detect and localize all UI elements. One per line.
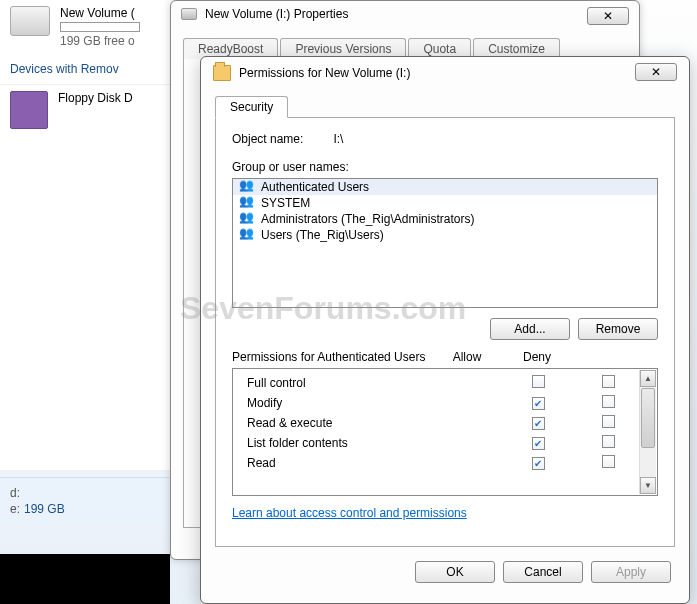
- permission-name: Modify: [247, 396, 503, 410]
- allow-checkbox[interactable]: ✔: [532, 417, 545, 430]
- drive-item[interactable]: New Volume ( 199 GB free o: [0, 0, 170, 54]
- users-icon: [239, 180, 255, 194]
- permission-row: Read✔: [233, 453, 657, 473]
- permissions-title: Permissions for New Volume (I:): [239, 66, 410, 80]
- drive-name: New Volume (: [60, 6, 140, 20]
- permissions-for-label: Permissions for Authenticated Users: [232, 350, 432, 364]
- remove-button[interactable]: Remove: [578, 318, 658, 340]
- properties-titlebar[interactable]: New Volume (I:) Properties: [171, 1, 639, 27]
- capacity-bar: [60, 22, 140, 32]
- permission-name: List folder contents: [247, 436, 503, 450]
- group-item-authenticated-users[interactable]: Authenticated Users: [233, 179, 657, 195]
- learn-link[interactable]: Learn about access control and permissio…: [232, 506, 467, 520]
- permission-row: Full control: [233, 373, 657, 393]
- deny-checkbox[interactable]: [602, 375, 615, 388]
- scrollbar[interactable]: ▲ ▼: [639, 370, 656, 494]
- permission-name: Full control: [247, 376, 503, 390]
- permission-row: List folder contents✔: [233, 433, 657, 453]
- floppy-label: Floppy Disk D: [58, 91, 133, 105]
- object-name-label: Object name:: [232, 132, 303, 146]
- permissions-dialog: Permissions for New Volume (I:) ✕ Securi…: [200, 56, 690, 604]
- close-button[interactable]: ✕: [587, 7, 629, 25]
- tab-security[interactable]: Security: [215, 96, 288, 118]
- detail-label: d:: [10, 486, 20, 500]
- group-item-administrators[interactable]: Administrators (The_Rig\Administrators): [233, 211, 657, 227]
- properties-tabs: ReadyBoost Previous Versions Quota Custo…: [171, 37, 639, 58]
- folder-icon: [213, 65, 231, 81]
- group-item-users[interactable]: Users (The_Rig\Users): [233, 227, 657, 243]
- scroll-down-button[interactable]: ▼: [640, 477, 656, 494]
- group-list[interactable]: Authenticated Users SYSTEM Administrator…: [232, 178, 658, 308]
- allow-checkbox[interactable]: ✔: [532, 437, 545, 450]
- allow-header: Allow: [432, 350, 502, 364]
- deny-checkbox[interactable]: [602, 455, 615, 468]
- scroll-up-button[interactable]: ▲: [640, 370, 656, 387]
- black-region: [0, 554, 170, 604]
- hdd-icon: [10, 6, 50, 36]
- detail-value: 199 GB: [24, 502, 65, 516]
- floppy-item[interactable]: Floppy Disk D: [0, 85, 170, 135]
- explorer-details-pane: d: e:199 GB: [0, 477, 170, 524]
- allow-checkbox[interactable]: [532, 375, 545, 388]
- explorer-panel: New Volume ( 199 GB free o Devices with …: [0, 0, 170, 470]
- group-item-label: Users (The_Rig\Users): [261, 228, 384, 242]
- scroll-thumb[interactable]: [641, 388, 655, 448]
- users-icon: [239, 228, 255, 242]
- deny-header: Deny: [502, 350, 572, 364]
- add-button[interactable]: Add...: [490, 318, 570, 340]
- deny-checkbox[interactable]: [602, 395, 615, 408]
- properties-title: New Volume (I:) Properties: [205, 7, 348, 21]
- allow-checkbox[interactable]: ✔: [532, 457, 545, 470]
- users-icon: [239, 212, 255, 226]
- permission-name: Read & execute: [247, 416, 503, 430]
- close-button[interactable]: ✕: [635, 63, 677, 81]
- group-names-label: Group or user names:: [232, 160, 658, 174]
- deny-checkbox[interactable]: [602, 415, 615, 428]
- drive-icon: [181, 8, 197, 20]
- users-icon: [239, 196, 255, 210]
- permission-name: Read: [247, 456, 503, 470]
- group-item-label: SYSTEM: [261, 196, 310, 210]
- apply-button[interactable]: Apply: [591, 561, 671, 583]
- permission-row: Read & execute✔: [233, 413, 657, 433]
- permissions-titlebar[interactable]: Permissions for New Volume (I:): [201, 57, 689, 89]
- detail-label: e:: [10, 502, 20, 516]
- permissions-list: Full controlModify✔Read & execute✔List f…: [232, 368, 658, 496]
- permissions-body: Object name: I:\ Group or user names: Au…: [215, 117, 675, 547]
- ok-button[interactable]: OK: [415, 561, 495, 583]
- drive-free: 199 GB free o: [60, 34, 140, 48]
- section-header[interactable]: Devices with Remov: [0, 54, 170, 85]
- group-item-system[interactable]: SYSTEM: [233, 195, 657, 211]
- permission-row: Modify✔: [233, 393, 657, 413]
- cancel-button[interactable]: Cancel: [503, 561, 583, 583]
- allow-checkbox[interactable]: ✔: [532, 397, 545, 410]
- object-name-value: I:\: [333, 132, 343, 146]
- deny-checkbox[interactable]: [602, 435, 615, 448]
- group-item-label: Administrators (The_Rig\Administrators): [261, 212, 474, 226]
- floppy-icon: [10, 91, 48, 129]
- group-item-label: Authenticated Users: [261, 180, 369, 194]
